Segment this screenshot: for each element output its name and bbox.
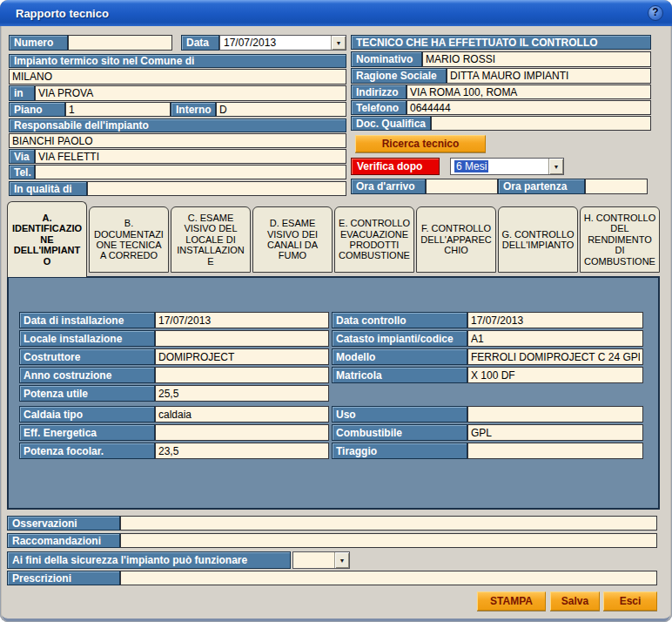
doc-qualifica-row: Doc. Qualifica: [351, 116, 651, 131]
prescrizioni-label: Prescrizioni: [7, 571, 120, 585]
verifica-dopo-combobox[interactable]: 6 Mesi ▼: [450, 158, 564, 175]
nominativo-input[interactable]: [422, 51, 651, 67]
via-input[interactable]: [35, 149, 346, 164]
tel-input[interactable]: [35, 165, 346, 179]
ricerca-tecnico-button[interactable]: Ricerca tecnico: [355, 135, 486, 152]
ragione-sociale-label: Ragione Sociale: [351, 68, 447, 84]
panel-row: Potenza focolar. Tiraggio: [19, 443, 643, 459]
nominativo-row: Nominativo: [351, 51, 651, 67]
qualita-label: In qualità di: [9, 181, 87, 196]
sicurezza-combobox[interactable]: ▼: [292, 551, 350, 569]
locale-installazione-input[interactable]: [155, 330, 329, 347]
osservazioni-label: Osservazioni: [7, 516, 120, 531]
data-controllo-input[interactable]: [467, 312, 643, 328]
sicurezza-label: Ai fini della sicurezza l'impianto può f…: [7, 551, 291, 569]
anno-costruzione-label: Anno costruzione: [19, 367, 155, 383]
osservazioni-row: Osservazioni: [7, 516, 657, 531]
tab-b-documentazione-tecnica[interactable]: B. DOCUMENTAZIONE TECNICA A CORREDO: [89, 206, 169, 273]
in-input[interactable]: [35, 85, 346, 101]
doc-qualifica-input[interactable]: [431, 116, 651, 131]
raccomandazioni-row: Raccomandazioni: [7, 533, 657, 548]
indirizzo-input[interactable]: [407, 85, 651, 99]
piano-interno-row: Piano Interno: [9, 102, 346, 117]
panel-row: Eff. Energetica Combustibile: [19, 424, 643, 441]
numero-input[interactable]: [68, 35, 172, 51]
chevron-down-icon[interactable]: ▼: [334, 552, 349, 568]
indirizzo-label: Indirizzo: [351, 85, 407, 99]
piano-input[interactable]: [65, 102, 171, 117]
tab-f-controllo-apparecchio[interactable]: F. CONTROLLO DELL'APPARECCHIO: [416, 206, 496, 273]
panel-row: Potenza utile: [19, 385, 643, 402]
stampa-button[interactable]: STAMPA: [477, 592, 546, 611]
verifica-row: Verifica dopo 6 Mesi ▼: [351, 158, 564, 175]
salva-button[interactable]: Salva: [550, 592, 600, 611]
combustibile-label: Combustibile: [332, 424, 467, 441]
data-installazione-input[interactable]: [155, 312, 329, 328]
potenza-utile-label: Potenza utile: [19, 385, 155, 402]
matricola-input[interactable]: [467, 367, 643, 383]
sicurezza-row: Ai fini della sicurezza l'impianto può f…: [7, 551, 350, 569]
help-button[interactable]: ?: [648, 5, 663, 21]
prescrizioni-input[interactable]: [120, 571, 657, 585]
ragione-sociale-row: Ragione Sociale: [351, 68, 651, 84]
identificazione-panel: Data di installazione Data controllo Loc…: [7, 276, 660, 510]
costruttore-input[interactable]: [155, 348, 329, 365]
tab-h-controllo-rendimento[interactable]: H. CONTROLLO DEL RENDIMENTO DI COMBUSTIO…: [580, 206, 660, 273]
raccomandazioni-input[interactable]: [120, 533, 657, 548]
uso-label: Uso: [332, 406, 467, 423]
data-combobox-value: 17/07/2013: [220, 36, 331, 50]
responsabile-input[interactable]: [9, 133, 346, 148]
potenza-focolare-label: Potenza focolar.: [19, 443, 155, 459]
tab-e-controllo-evacuazione[interactable]: E. CONTROLLO EVACUAZIONE PRODOTTI COMBUS…: [334, 206, 414, 273]
via-label: Via: [9, 149, 35, 164]
indirizzo-tecnico-row: Indirizzo: [351, 85, 651, 99]
osservazioni-input[interactable]: [120, 516, 657, 531]
costruttore-label: Costruttore: [19, 348, 155, 365]
spacer: [172, 35, 181, 51]
nominativo-label: Nominativo: [351, 51, 422, 67]
tab-a-identificazione-impianto[interactable]: A. IDENTIFICAZIONE DELL'IMPIANTO: [7, 201, 87, 277]
responsabile-row: [9, 133, 346, 148]
data-controllo-label: Data controllo: [332, 312, 467, 328]
doc-qualifica-label: Doc. Qualifica: [351, 116, 431, 131]
telefono-label: Telefono: [351, 100, 407, 115]
interno-input[interactable]: [216, 102, 346, 117]
eff-energetica-input[interactable]: [155, 424, 329, 441]
ora-arrivo-input[interactable]: [426, 179, 498, 194]
tab-g-controllo-impianto[interactable]: G. CONTROLLO DELL'IMPIANTO: [498, 206, 578, 273]
potenza-focolare-input[interactable]: [155, 443, 329, 459]
comune-header: Impianto termico sito nel Comune di: [9, 54, 346, 68]
panel-row: Locale installazione Catasto impianti/co…: [19, 330, 643, 347]
selected-option-text: 6 Mesi: [454, 160, 488, 172]
uso-input[interactable]: [467, 406, 643, 423]
panel-row: Costruttore Modello: [19, 348, 643, 365]
tab-c-esame-locale[interactable]: C. ESAME VISIVO DEL LOCALE DI INSTALLAZI…: [171, 206, 251, 273]
numero-label: Numero: [9, 35, 68, 51]
numero-data-row: Numero Data 17/07/2013 ▼: [9, 35, 346, 51]
combustibile-input[interactable]: [467, 424, 643, 441]
title-bar: Rapporto tecnico ?: [0, 0, 672, 26]
chevron-down-icon[interactable]: ▼: [548, 159, 563, 174]
ragione-sociale-input[interactable]: [447, 68, 651, 84]
tiraggio-input[interactable]: [467, 443, 643, 459]
indirizzo-impianto-row: in: [9, 85, 346, 101]
ora-partenza-input[interactable]: [585, 179, 648, 194]
data-combobox[interactable]: 17/07/2013 ▼: [219, 35, 346, 51]
tecnico-header: TECNICO CHE HA EFFETTUATO IL CONTROLLO: [351, 35, 651, 50]
panel-fields: Data di installazione Data controllo Loc…: [19, 312, 643, 461]
tel-row: Tel.: [9, 165, 346, 179]
anno-costruzione-input[interactable]: [155, 367, 329, 383]
panel-row: Caldaia tipo Uso: [19, 406, 643, 423]
comune-input[interactable]: [9, 69, 346, 85]
esci-button[interactable]: Esci: [603, 592, 657, 611]
chevron-down-icon[interactable]: ▼: [331, 36, 346, 50]
eff-energetica-label: Eff. Energetica: [19, 424, 155, 441]
qualita-input[interactable]: [87, 181, 346, 196]
tab-bar: A. IDENTIFICAZIONE DELL'IMPIANTO B. DOCU…: [7, 201, 665, 277]
tab-d-esame-canali-fumo[interactable]: D. ESAME VISIVO DEI CANALI DA FUMO: [252, 206, 333, 273]
catasto-codice-input[interactable]: [467, 330, 643, 347]
caldaia-tipo-input[interactable]: [155, 406, 329, 423]
modello-input[interactable]: [467, 348, 643, 365]
potenza-utile-input[interactable]: [155, 385, 329, 402]
telefono-input[interactable]: [407, 100, 651, 115]
